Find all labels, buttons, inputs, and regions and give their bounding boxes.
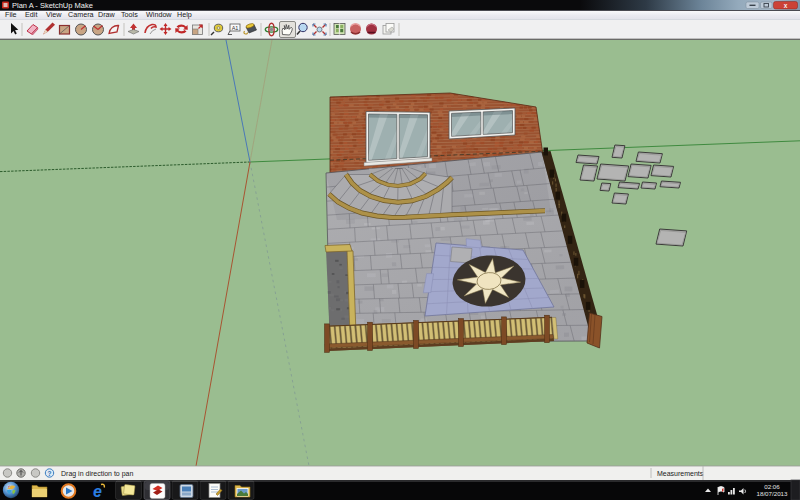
svg-text:Edit: Edit xyxy=(25,10,37,19)
svg-text:Camera: Camera xyxy=(68,10,94,19)
svg-text:x: x xyxy=(784,2,788,9)
svg-text:02:06: 02:06 xyxy=(764,483,780,490)
svg-text:View: View xyxy=(46,10,62,19)
svg-text:Drag in direction to pan: Drag in direction to pan xyxy=(61,470,133,478)
svg-text:Window: Window xyxy=(146,10,172,19)
svg-text:18/07/2013: 18/07/2013 xyxy=(757,490,789,497)
svg-text:A1: A1 xyxy=(232,25,239,31)
svg-text:File: File xyxy=(5,10,17,19)
svg-text:?: ? xyxy=(48,470,52,477)
svg-text:Draw: Draw xyxy=(98,10,116,19)
svg-text:Plan A - SketchUp Make: Plan A - SketchUp Make xyxy=(12,1,93,10)
svg-text:e: e xyxy=(93,483,102,500)
svg-text:Help: Help xyxy=(177,10,192,19)
svg-text:Measurements: Measurements xyxy=(657,470,704,477)
svg-text:Tools: Tools xyxy=(121,10,138,19)
